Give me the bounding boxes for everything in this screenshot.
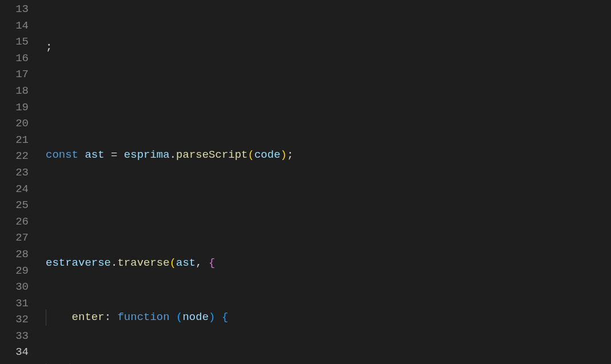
line-number-gutter: 13 14 15 16 17 18 19 20 21 22 23 24 25 2…: [0, 1, 40, 364]
line-number: 19: [0, 99, 29, 116]
code-line: [40, 201, 611, 218]
line-number: 28: [0, 246, 29, 263]
line-number: 21: [0, 132, 29, 149]
line-number-active: 34: [0, 344, 29, 361]
line-number: 18: [0, 83, 29, 99]
line-number: 14: [0, 18, 29, 34]
line-number: 25: [0, 197, 29, 214]
line-number: 20: [0, 115, 29, 132]
line-number: 15: [0, 34, 29, 50]
line-number: 29: [0, 263, 29, 279]
line-number: 27: [0, 230, 29, 246]
line-number: 22: [0, 148, 29, 165]
line-number: 23: [0, 165, 29, 181]
line-number: 26: [0, 214, 29, 230]
code-line: ;: [40, 39, 611, 55]
line-number: 32: [0, 311, 29, 328]
code-area[interactable]: ; const ast = esprima.parseScript(code);…: [40, 1, 611, 364]
line-number: 17: [0, 66, 29, 83]
line-number: 33: [0, 328, 29, 345]
code-line: estraverse.traverse(ast, {: [40, 255, 611, 271]
code-editor[interactable]: 13 14 15 16 17 18 19 20 21 22 23 24 25 2…: [0, 0, 611, 364]
line-number: 24: [0, 181, 29, 198]
line-number: 30: [0, 279, 29, 295]
line-number: 31: [0, 295, 29, 312]
code-line: enter: function (node) {: [40, 309, 611, 326]
code-line: [40, 93, 611, 110]
code-line: const ast = esprima.parseScript(code);: [40, 147, 611, 163]
line-number: 16: [0, 50, 29, 67]
line-number: 13: [0, 1, 29, 18]
